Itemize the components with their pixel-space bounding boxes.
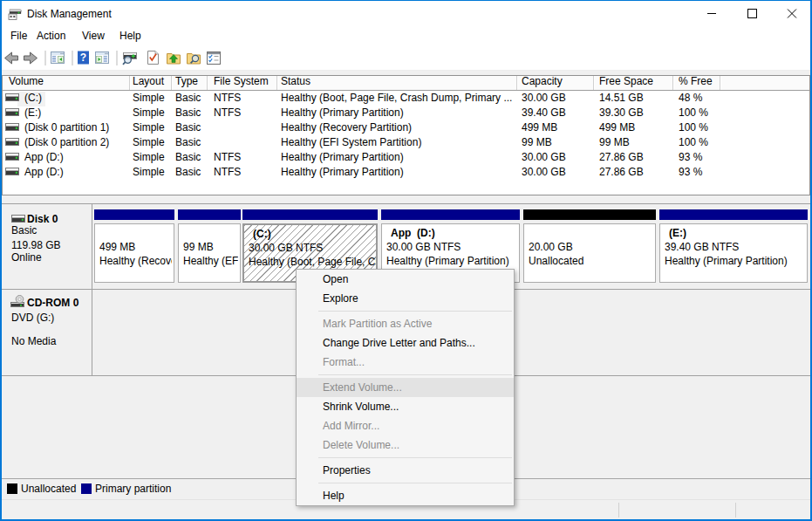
svg-text:?: ? [80,51,86,64]
